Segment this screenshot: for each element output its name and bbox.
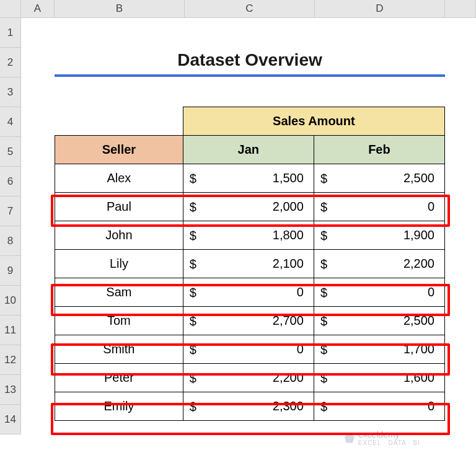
jan-cell[interactable]: $0 — [183, 335, 314, 364]
table-row: Alex$1,500$2,500 — [55, 164, 445, 193]
jan-cell[interactable]: $2,200 — [183, 364, 314, 392]
row-header[interactable]: 1 — [0, 18, 21, 48]
feb-cell[interactable]: $2,500 — [314, 164, 444, 193]
feb-cell[interactable]: $1,900 — [314, 221, 444, 250]
table-row: Paul$2,000$0 — [55, 193, 445, 221]
cell[interactable] — [21, 345, 55, 375]
row-header[interactable]: 2 — [0, 48, 21, 77]
cell[interactable] — [185, 77, 315, 107]
cell[interactable] — [21, 375, 55, 405]
cell[interactable] — [445, 256, 476, 286]
watermark-tag: EXCEL · DATA · BI — [358, 439, 420, 446]
row-header[interactable]: 4 — [0, 107, 21, 137]
row-header[interactable]: 9 — [0, 256, 21, 286]
col-header-A[interactable]: A — [21, 0, 55, 17]
col-header-C[interactable]: C — [185, 0, 315, 17]
cell[interactable] — [445, 345, 476, 375]
cell[interactable] — [445, 226, 476, 256]
cell[interactable] — [55, 18, 185, 48]
column-header-row: A B C D — [0, 0, 476, 18]
jan-cell[interactable]: $1,500 — [183, 164, 314, 193]
seller-cell[interactable]: Alex — [55, 164, 183, 193]
feb-cell[interactable]: $2,500 — [314, 307, 444, 335]
jan-cell[interactable]: $0 — [183, 278, 314, 307]
row-header[interactable]: 11 — [0, 315, 21, 345]
cell[interactable] — [21, 286, 55, 315]
watermark: exceldemy EXCEL · DATA · BI — [345, 430, 420, 446]
cell[interactable] — [445, 286, 476, 315]
cell[interactable] — [445, 405, 476, 434]
seller-cell[interactable]: Peter — [55, 364, 183, 392]
data-table: Sales Amount Seller Jan Feb Alex$1,500$2… — [55, 107, 445, 421]
cell[interactable] — [21, 167, 55, 196]
cell[interactable] — [21, 18, 55, 48]
row-header[interactable]: 14 — [0, 405, 21, 434]
cell[interactable] — [445, 107, 476, 137]
seller-cell[interactable]: Sam — [55, 278, 183, 307]
cell[interactable] — [445, 137, 476, 167]
page-title: Dataset Overview — [55, 47, 445, 77]
jan-cell[interactable]: $2,100 — [183, 250, 314, 278]
cell[interactable] — [21, 226, 55, 256]
cell[interactable] — [445, 77, 476, 107]
cell[interactable] — [21, 196, 55, 226]
cell[interactable] — [21, 48, 55, 77]
jan-cell[interactable]: $2,000 — [183, 193, 314, 221]
col-header-B[interactable]: B — [55, 0, 185, 17]
header-seller: Seller — [55, 136, 183, 164]
cell[interactable] — [21, 77, 55, 107]
cell[interactable] — [445, 48, 476, 77]
feb-cell[interactable]: $2,200 — [314, 250, 444, 278]
cell[interactable] — [445, 167, 476, 196]
watermark-brand: exceldemy — [358, 430, 400, 439]
jan-cell[interactable]: $2,700 — [183, 307, 314, 335]
feb-cell[interactable]: $0 — [314, 278, 444, 307]
row-header[interactable]: 8 — [0, 226, 21, 256]
row-header[interactable]: 10 — [0, 286, 21, 315]
row-header[interactable]: 7 — [0, 196, 21, 226]
row-header[interactable]: 5 — [0, 137, 21, 167]
col-header-spill — [445, 0, 476, 17]
cell[interactable] — [445, 196, 476, 226]
cell[interactable] — [21, 256, 55, 286]
row-header[interactable]: 6 — [0, 167, 21, 196]
table-row: Peter$2,200$1,600 — [55, 364, 445, 392]
seller-cell[interactable]: John — [55, 221, 183, 250]
select-all-corner[interactable] — [0, 0, 21, 17]
row-header[interactable]: 12 — [0, 345, 21, 375]
spreadsheet: A B C D 1 2 3 4 5 6 7 8 9 10 11 12 13 14… — [0, 0, 476, 434]
cell[interactable] — [315, 18, 445, 48]
seller-cell[interactable]: Emily — [55, 392, 183, 421]
cell[interactable] — [315, 77, 445, 107]
seller-cell[interactable]: Lily — [55, 250, 183, 278]
row-header[interactable]: 13 — [0, 375, 21, 405]
seller-cell[interactable]: Tom — [55, 307, 183, 335]
seller-cell[interactable]: Smith — [55, 335, 183, 364]
table-row: Emily$2,300$0 — [55, 392, 445, 421]
seller-cell[interactable]: Paul — [55, 193, 183, 221]
cell[interactable] — [21, 405, 55, 434]
jan-cell[interactable]: $1,800 — [183, 221, 314, 250]
cell[interactable] — [55, 77, 185, 107]
table-row: Lily$2,100$2,200 — [55, 250, 445, 278]
table-row: John$1,800$1,900 — [55, 221, 445, 250]
feb-cell[interactable]: $0 — [314, 193, 444, 221]
feb-cell[interactable]: $1,600 — [314, 364, 444, 392]
row-header[interactable]: 3 — [0, 77, 21, 107]
cell[interactable] — [445, 315, 476, 345]
header-feb: Feb — [314, 136, 444, 164]
logo-icon — [345, 433, 355, 443]
feb-cell[interactable]: $1,700 — [314, 335, 444, 364]
feb-cell[interactable]: $0 — [314, 392, 444, 421]
jan-cell[interactable]: $2,300 — [183, 392, 314, 421]
table-row: Smith$0$1,700 — [55, 335, 445, 364]
col-header-D[interactable]: D — [315, 0, 445, 17]
cell[interactable] — [445, 18, 476, 48]
header-jan: Jan — [183, 136, 314, 164]
cell[interactable] — [185, 18, 315, 48]
cell[interactable] — [21, 107, 55, 137]
cell[interactable] — [21, 315, 55, 345]
cell[interactable] — [445, 375, 476, 405]
table-row: Tom$2,700$2,500 — [55, 307, 445, 335]
cell[interactable] — [21, 137, 55, 167]
